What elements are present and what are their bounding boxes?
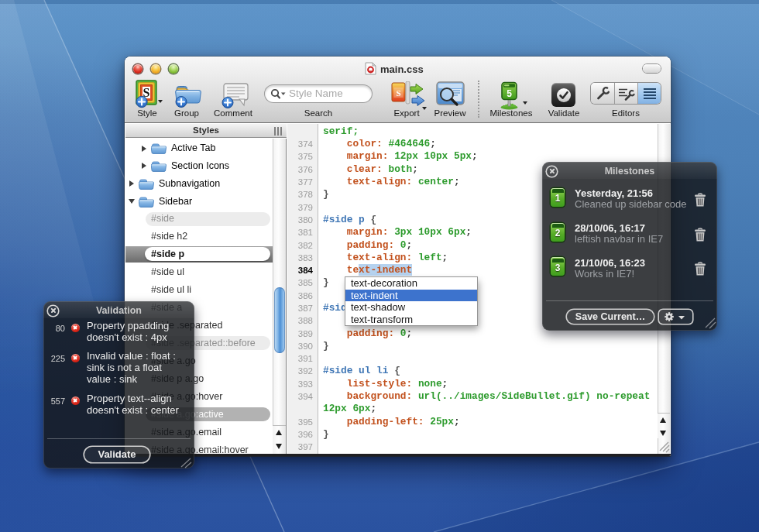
svg-text:S: S bbox=[396, 88, 400, 98]
svg-text:5: 5 bbox=[507, 88, 512, 99]
